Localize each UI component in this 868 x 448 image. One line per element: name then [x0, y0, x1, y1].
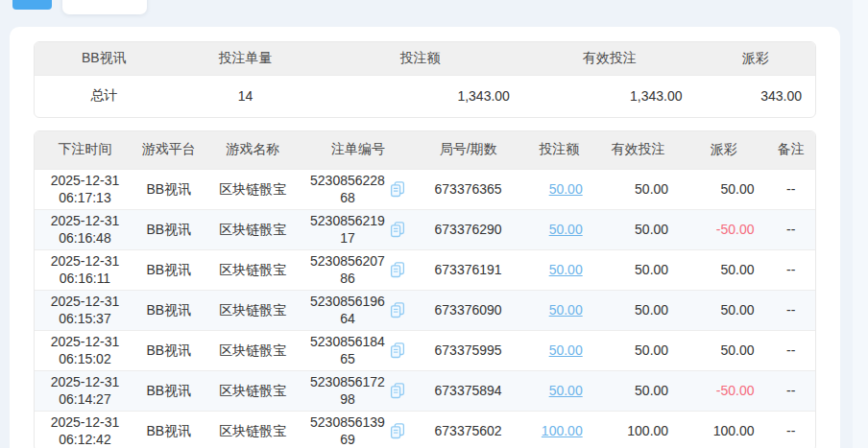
summary-total-cell-4: 343.00	[696, 75, 815, 117]
bet-time: 2025-12-31 06:14:27	[35, 370, 135, 411]
bet-id-cell: 523085618465	[303, 330, 414, 370]
bet-time: 2025-12-31 06:17:13	[35, 169, 135, 209]
game-name: 区块链骰宝	[203, 330, 303, 370]
bet-time: 2025-12-31 06:15:37	[35, 290, 135, 330]
detail-header-cell-1: 游戏平台	[135, 131, 203, 169]
round-number: 673376090	[413, 290, 523, 330]
bet-amount-cell: 50.00	[523, 209, 595, 249]
bet-amount-cell: 50.00	[523, 290, 595, 330]
tab-inactive[interactable]	[62, 0, 147, 14]
game-platform: BB视讯	[135, 370, 203, 411]
copy-icon[interactable]	[389, 422, 406, 439]
summary-total-cell-0: 总计	[35, 75, 174, 117]
remark: --	[767, 290, 815, 330]
bet-amount-link[interactable]: 50.00	[549, 222, 583, 237]
tab-active[interactable]	[12, 0, 52, 10]
bet-id: 523085613969	[310, 413, 385, 448]
bet-time: 2025-12-31 06:15:02	[35, 330, 135, 370]
bet-amount-cell: 50.00	[523, 169, 595, 209]
table-row: 2025-12-31 06:17:13BB视讯区块链骰宝523085622868…	[35, 169, 815, 209]
bet-amount-cell: 50.00	[523, 249, 595, 290]
detail-tbody: 2025-12-31 06:17:13BB视讯区块链骰宝523085622868…	[35, 169, 815, 448]
summary-table: BB视讯投注单量投注额有效投注派彩 总计141,343.001,343.0034…	[35, 42, 815, 117]
detail-header-cell-3: 注单编号	[303, 131, 414, 169]
payout: -50.00	[681, 209, 766, 249]
bet-id: 523085622868	[310, 172, 385, 206]
copy-icon[interactable]	[389, 180, 406, 198]
detail-header-cell-6: 有效投注	[595, 131, 681, 169]
round-number: 673376191	[413, 249, 523, 290]
bet-time: 2025-12-31 06:16:11	[35, 249, 135, 290]
remark: --	[767, 249, 815, 290]
bet-id: 523085620786	[310, 252, 385, 287]
copy-icon[interactable]	[389, 342, 406, 359]
game-platform: BB视讯	[135, 169, 203, 209]
payout: 50.00	[681, 330, 766, 370]
bet-amount-link[interactable]: 50.00	[549, 302, 583, 318]
summary-table-container: BB视讯投注单量投注额有效投注派彩 总计141,343.001,343.0034…	[34, 41, 816, 118]
payout: 100.00	[681, 411, 766, 448]
payout: -50.00	[681, 370, 766, 411]
payout: 50.00	[681, 249, 766, 290]
table-row: 2025-12-31 06:16:11BB视讯区块链骰宝523085620786…	[35, 249, 815, 290]
round-number: 673376365	[413, 169, 523, 209]
valid-bet: 100.00	[595, 411, 681, 448]
table-row: 2025-12-31 06:12:42BB视讯区块链骰宝523085613969…	[35, 411, 815, 448]
bet-id: 523085619664	[310, 293, 385, 327]
valid-bet: 50.00	[595, 290, 681, 330]
copy-icon[interactable]	[389, 382, 406, 399]
bet-amount-link[interactable]: 50.00	[549, 383, 583, 398]
bet-amount-link[interactable]: 50.00	[549, 342, 583, 358]
summary-total-cell-1: 14	[174, 75, 318, 117]
game-platform: BB视讯	[135, 330, 203, 370]
game-platform: BB视讯	[135, 249, 203, 290]
summary-header-cell-1: 投注单量	[174, 42, 318, 75]
bet-id-cell: 523085617298	[303, 370, 414, 411]
copy-icon[interactable]	[389, 261, 406, 278]
payout: 50.00	[681, 169, 766, 209]
summary-header-cell-3: 有效投注	[523, 42, 696, 75]
records-card: BB视讯投注单量投注额有效投注派彩 总计141,343.001,343.0034…	[10, 27, 840, 448]
copy-icon[interactable]	[389, 221, 406, 238]
game-name: 区块链骰宝	[203, 370, 303, 411]
detail-header-cell-7: 派彩	[681, 131, 766, 169]
bet-time: 2025-12-31 06:12:42	[35, 411, 135, 448]
bet-id-cell: 523085622868	[303, 169, 414, 209]
game-platform: BB视讯	[135, 411, 203, 448]
bet-amount-link[interactable]: 50.00	[549, 181, 583, 197]
bet-id: 523085621917	[310, 212, 385, 247]
scrollbar-track[interactable]	[853, 0, 868, 448]
bet-id: 523085617298	[310, 373, 385, 408]
bet-amount-cell: 50.00	[523, 330, 595, 370]
round-number: 673376290	[413, 209, 523, 249]
game-name: 区块链骰宝	[203, 169, 303, 209]
game-name: 区块链骰宝	[203, 290, 303, 330]
game-platform: BB视讯	[135, 209, 203, 249]
bet-id-cell: 523085619664	[303, 290, 414, 330]
summary-header-cell-2: 投注额	[317, 42, 523, 75]
round-number: 673375894	[413, 370, 523, 411]
game-name: 区块链骰宝	[203, 249, 303, 290]
table-row: 2025-12-31 06:15:37BB视讯区块链骰宝523085619664…	[35, 290, 815, 330]
bet-time: 2025-12-31 06:16:48	[35, 209, 135, 249]
summary-total-row: 总计141,343.001,343.00343.00	[35, 75, 815, 117]
game-name: 区块链骰宝	[203, 411, 303, 448]
remark: --	[767, 370, 815, 411]
summary-header-row: BB视讯投注单量投注额有效投注派彩	[35, 42, 815, 75]
bet-id-cell: 523085621917	[303, 209, 414, 249]
valid-bet: 50.00	[595, 370, 681, 411]
table-row: 2025-12-31 06:15:02BB视讯区块链骰宝523085618465…	[35, 330, 815, 370]
summary-total-cell-2: 1,343.00	[317, 75, 523, 117]
bet-amount-cell: 100.00	[523, 411, 595, 448]
round-number: 673375995	[413, 330, 523, 370]
detail-table: 下注时间游戏平台游戏名称注单编号局号/期数投注额有效投注派彩备注 2025-12…	[35, 131, 815, 448]
bet-id: 523085618465	[310, 333, 385, 367]
game-platform: BB视讯	[135, 290, 203, 330]
summary-header-cell-0: BB视讯	[35, 42, 174, 75]
copy-icon[interactable]	[389, 301, 406, 318]
summary-header-cell-4: 派彩	[696, 42, 815, 75]
bet-amount-link[interactable]: 100.00	[542, 423, 583, 438]
remark: --	[767, 330, 815, 370]
bet-amount-link[interactable]: 50.00	[549, 262, 583, 277]
summary-total-cell-3: 1,343.00	[523, 75, 696, 117]
